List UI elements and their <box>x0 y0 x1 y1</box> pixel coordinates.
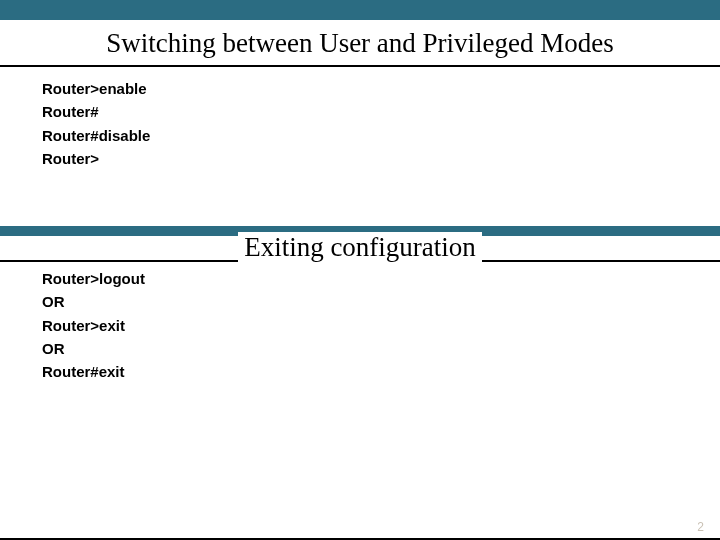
cli-line: Router>exit <box>42 314 720 337</box>
cli-line: OR <box>42 337 720 360</box>
cli-line: Router>logout <box>42 267 720 290</box>
cli-line: Router#exit <box>42 360 720 383</box>
cli-line: OR <box>42 290 720 313</box>
cli-line: Router#disable <box>42 124 720 147</box>
section-1-content: Router>enable Router# Router#disable Rou… <box>0 67 720 170</box>
cli-line: Router# <box>42 100 720 123</box>
section-2-title: Exiting configuration <box>238 232 482 263</box>
slide: Switching between User and Privileged Mo… <box>0 0 720 540</box>
section-divider: Exiting configuration <box>0 226 720 263</box>
section-1-title: Switching between User and Privileged Mo… <box>0 20 720 63</box>
top-accent-bar <box>0 0 720 20</box>
section-2-content: Router>logout OR Router>exit OR Router#e… <box>0 263 720 383</box>
cli-line: Router>enable <box>42 77 720 100</box>
page-number: 2 <box>697 520 704 534</box>
cli-line: Router> <box>42 147 720 170</box>
